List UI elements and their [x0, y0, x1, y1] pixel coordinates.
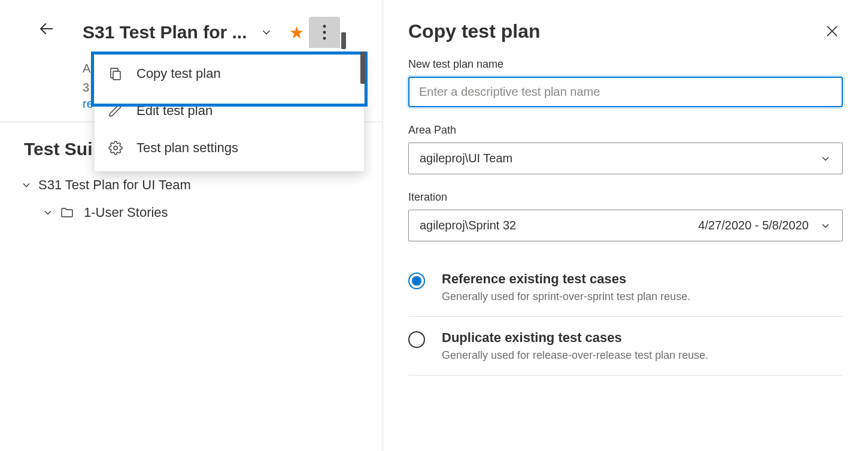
- suite-tree: S31 Test Plan for UI Team 1-User Stories: [0, 171, 383, 226]
- more-actions-button[interactable]: [309, 17, 340, 48]
- svg-point-1: [323, 25, 326, 28]
- area-path-value: agileproj\UI Team: [420, 152, 820, 165]
- radio-title: Duplicate existing test cases: [442, 330, 708, 346]
- radio-desc: Generally used for release-over-release …: [442, 349, 708, 362]
- radio-button-icon: [408, 331, 425, 348]
- iteration-select[interactable]: agileproj\Sprint 32 4/27/2020 - 5/8/2020: [408, 210, 843, 241]
- star-icon[interactable]: ★: [289, 23, 304, 43]
- left-pane: S31 Test Plan for ... ★ A 3 re Test Su: [0, 0, 383, 451]
- chevron-down-icon: [820, 220, 831, 232]
- radio-desc: Generally used for sprint-over-sprint te…: [442, 290, 690, 303]
- menu-item-test-plan-settings[interactable]: Test plan settings: [95, 129, 364, 167]
- panel-title: Copy test plan: [408, 20, 540, 43]
- copy-icon: [107, 66, 125, 81]
- menu-item-label: Test plan settings: [136, 140, 238, 156]
- iteration-dates: 4/27/2020 - 5/8/2020: [698, 219, 809, 232]
- plan-title-dropdown[interactable]: [254, 20, 278, 44]
- tree-root-row[interactable]: S31 Test Plan for UI Team: [18, 171, 383, 199]
- tree-child-label: 1-User Stories: [84, 205, 168, 220]
- chevron-down-icon: [820, 153, 831, 165]
- context-menu: Copy test plan Edit test plan Test pl: [95, 55, 364, 171]
- arrow-left-icon: [38, 20, 56, 38]
- iteration-label: Iteration: [408, 191, 843, 204]
- menu-item-label: Edit test plan: [136, 103, 213, 119]
- tree-child-row[interactable]: 1-User Stories: [40, 199, 383, 226]
- copy-test-plan-panel: Copy test plan New test plan name Area P…: [383, 0, 868, 451]
- area-path-select[interactable]: agileproj\UI Team: [408, 143, 843, 174]
- close-button[interactable]: [821, 20, 843, 42]
- svg-point-3: [323, 37, 326, 40]
- menu-item-copy-test-plan[interactable]: Copy test plan: [95, 55, 364, 92]
- menu-item-edit-test-plan[interactable]: Edit test plan: [95, 92, 364, 129]
- more-vertical-icon: [322, 23, 327, 41]
- radio-duplicate-existing[interactable]: Duplicate existing test cases Generally …: [408, 317, 843, 376]
- scrollbar-thumb[interactable]: [360, 52, 365, 84]
- area-path-label: Area Path: [408, 124, 843, 137]
- radio-button-icon: [408, 273, 425, 289]
- radio-title: Reference existing test cases: [442, 271, 690, 287]
- name-field-label: New test plan name: [408, 58, 843, 71]
- iteration-value: agileproj\Sprint 32: [420, 219, 698, 232]
- edit-icon: [107, 104, 125, 118]
- folder-icon: [60, 205, 74, 220]
- test-plan-name-input[interactable]: [408, 77, 843, 107]
- scrollbar-thumb[interactable]: [341, 32, 346, 49]
- tree-root-label: S31 Test Plan for UI Team: [38, 177, 191, 193]
- menu-item-label: Copy test plan: [136, 66, 221, 81]
- copy-options-group: Reference existing test cases Generally …: [408, 258, 843, 376]
- chevron-down-icon[interactable]: [18, 179, 35, 191]
- radio-reference-existing[interactable]: Reference existing test cases Generally …: [408, 258, 843, 317]
- plan-header: S31 Test Plan for ... ★: [0, 17, 383, 55]
- plan-title: S31 Test Plan for ...: [83, 22, 247, 43]
- gear-icon: [107, 141, 125, 155]
- svg-rect-4: [113, 71, 120, 80]
- svg-point-5: [114, 146, 117, 150]
- svg-point-2: [323, 31, 326, 34]
- close-icon: [824, 23, 840, 40]
- back-button[interactable]: [35, 17, 59, 41]
- chevron-down-icon[interactable]: [40, 207, 56, 219]
- chevron-down-icon: [260, 26, 273, 39]
